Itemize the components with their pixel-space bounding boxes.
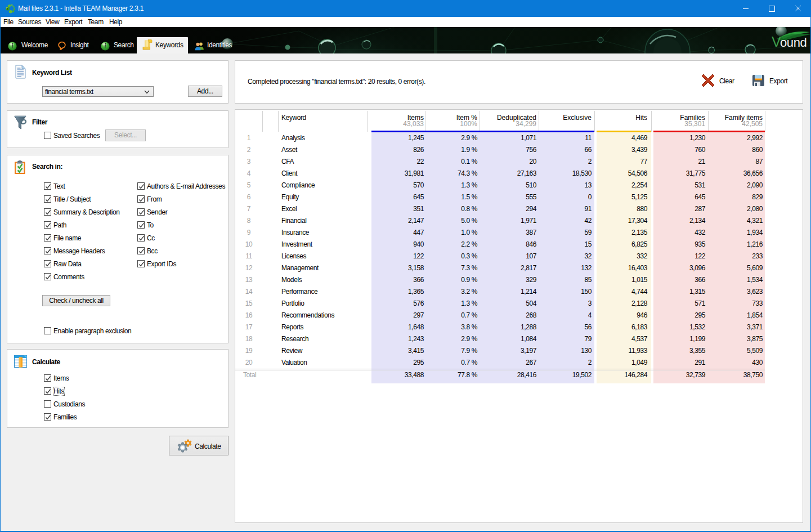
svg-text:ound: ound <box>780 35 806 50</box>
